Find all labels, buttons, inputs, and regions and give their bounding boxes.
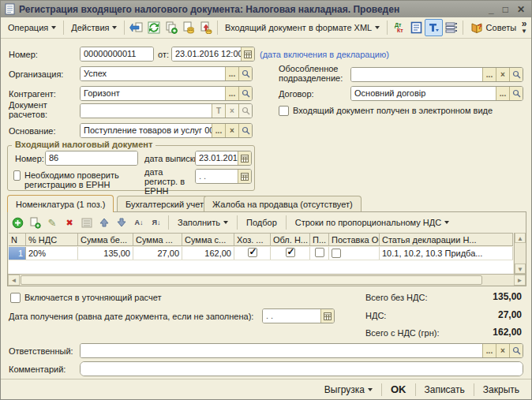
upload-menu-button[interactable]: Выгрузка xyxy=(317,382,380,398)
choose-button[interactable]: ... xyxy=(212,124,225,137)
number-input[interactable]: 00000000011 xyxy=(80,47,154,62)
open-button[interactable] xyxy=(509,344,523,357)
calendar-button[interactable] xyxy=(241,47,254,61)
receipt-date-input[interactable]: . . xyxy=(262,308,335,323)
declaration-date-link[interactable]: (дата включения в декларацию) xyxy=(260,50,389,59)
save-button[interactable]: Записать xyxy=(418,382,472,398)
close-button[interactable]: Закрыть xyxy=(476,382,526,398)
clear-button[interactable]: × xyxy=(225,124,238,137)
toolbar-overflow-button[interactable]: » ▼ xyxy=(521,21,529,35)
maximize-icon[interactable]: □ xyxy=(503,5,508,14)
open-button[interactable] xyxy=(509,87,523,100)
choose-button[interactable]: ... xyxy=(496,87,509,100)
comment-input[interactable] xyxy=(80,361,523,376)
column-header[interactable]: Поставка ОФ xyxy=(329,234,380,245)
issue-date-input[interactable]: 23.01.2016 xyxy=(195,151,252,166)
horizontal-scrollbar[interactable]: ◄ ► xyxy=(8,274,526,286)
choose-button[interactable]: ... xyxy=(225,67,238,80)
clear-button[interactable]: × xyxy=(496,68,509,81)
responsible-input[interactable]: ... × xyxy=(80,343,523,358)
open-button[interactable] xyxy=(238,87,252,100)
column-header[interactable]: N xyxy=(9,234,26,245)
end-edit-button[interactable] xyxy=(79,215,95,230)
check-ernn-checkbox[interactable]: Необходимо проверить регистрацию в ЕРНН xyxy=(13,170,140,189)
delete-row-button[interactable]: ✖ xyxy=(62,215,77,230)
actions-menu-button[interactable]: Действия xyxy=(66,21,122,35)
move-up-button[interactable] xyxy=(96,215,112,230)
table-row[interactable]: 1 20% 135,00 27,00 162,00 10.1, 10.2, 10… xyxy=(9,247,513,260)
checkbox-icon[interactable] xyxy=(248,248,257,257)
dtkt-icon: ДтКт xyxy=(395,22,403,33)
reread-button[interactable] xyxy=(127,19,144,36)
operation-menu-button[interactable]: Операция xyxy=(3,21,61,35)
choose-button[interactable]: ... xyxy=(482,344,496,357)
post-document-button[interactable] xyxy=(180,19,197,36)
document-datetime-input[interactable]: 23.01.2016 12:00:03 xyxy=(171,47,255,62)
contract-input[interactable]: Основний договір ... xyxy=(350,86,523,101)
clear-button[interactable]: × xyxy=(225,104,238,118)
choose-button[interactable]: ... xyxy=(482,68,496,81)
copy-row-button[interactable] xyxy=(27,215,43,230)
scroll-down-icon[interactable]: ▼ xyxy=(515,264,526,274)
column-header[interactable]: Обл. Н... xyxy=(271,234,310,245)
checkbox-icon[interactable] xyxy=(315,248,324,257)
unpost-document-button[interactable] xyxy=(197,19,215,36)
scroll-left-icon[interactable]: ◄ xyxy=(8,275,20,286)
edit-row-button[interactable]: ✎ xyxy=(44,215,60,230)
column-header[interactable]: Сумма ... xyxy=(133,234,182,245)
open-button[interactable] xyxy=(238,104,252,118)
calendar-button[interactable] xyxy=(320,309,334,323)
minimize-icon[interactable]: _ xyxy=(489,5,494,14)
electronic-document-checkbox[interactable]: Входящий документ получен в электронном … xyxy=(279,106,493,116)
sort-desc-button[interactable]: Я↓ xyxy=(148,215,164,230)
sort-asc-button[interactable]: А↓ xyxy=(131,215,147,230)
column-header[interactable]: Статья декларации Н... xyxy=(380,234,513,245)
ok-button[interactable]: OK xyxy=(384,381,414,398)
open-button[interactable] xyxy=(238,124,252,137)
organization-input[interactable]: Успех ... xyxy=(80,66,253,81)
scroll-up-icon[interactable]: ▲ xyxy=(515,233,526,243)
text-input-button[interactable]: T xyxy=(212,104,225,118)
column-header[interactable]: % НДС xyxy=(26,234,78,245)
fill-menu-button[interactable]: Заполнить xyxy=(173,216,233,229)
column-header[interactable]: Сумма с... xyxy=(182,234,234,245)
column-header[interactable]: Хоз. ... xyxy=(234,234,271,245)
copy-button[interactable] xyxy=(163,19,180,36)
proportional-vat-menu-button[interactable]: Строки по пропорциональному НДС xyxy=(290,216,454,229)
type-filter-icon xyxy=(428,22,440,34)
column-header[interactable]: Сумма бе... xyxy=(78,234,133,245)
basis-input[interactable]: Поступление товаров и услуг 000 ... × xyxy=(80,123,253,138)
tax-number-input[interactable]: 86 xyxy=(45,151,138,166)
close-icon[interactable]: ✕ xyxy=(517,5,525,14)
tab-nomenclature[interactable]: Номенклатура (1 поз.) xyxy=(7,195,114,212)
scrollbar-thumb[interactable] xyxy=(21,275,482,285)
subdivision-input[interactable]: ... × xyxy=(350,67,523,82)
move-down-button[interactable] xyxy=(114,215,129,230)
calendar-button[interactable] xyxy=(238,170,251,183)
xml-document-button[interactable]: Входящий документ в формате XML xyxy=(220,21,384,35)
include-adjustment-checkbox[interactable]: Включается в уточняющий расчет xyxy=(10,293,161,303)
checkbox-icon[interactable] xyxy=(332,249,341,258)
refresh-button[interactable] xyxy=(145,19,163,36)
add-row-button[interactable] xyxy=(9,215,25,230)
vertical-scrollbar[interactable]: ▲ ▼ xyxy=(514,233,526,274)
pick-button[interactable]: Подбор xyxy=(242,216,282,229)
reg-date-input[interactable]: . . xyxy=(195,169,252,184)
tab-complaint[interactable]: Жалоба на продавца (отсутствует) xyxy=(204,196,362,211)
choose-button[interactable]: ... xyxy=(225,87,238,100)
document-structure-button[interactable] xyxy=(407,19,425,36)
calendar-button[interactable] xyxy=(238,151,251,165)
clear-button[interactable]: × xyxy=(496,344,509,357)
tips-button[interactable]: ? Советы xyxy=(466,20,521,36)
settlement-doc-input[interactable]: T × xyxy=(80,103,253,118)
open-button[interactable] xyxy=(509,68,523,81)
type-filter-toggle[interactable] xyxy=(425,19,442,36)
scroll-right-icon[interactable]: ► xyxy=(514,275,526,286)
dtkt-postings-button[interactable]: ДтКт xyxy=(390,19,407,36)
column-header[interactable]: П... xyxy=(310,234,329,245)
checkbox-icon[interactable] xyxy=(286,248,295,257)
open-button[interactable] xyxy=(238,67,252,80)
tab-accounting[interactable]: Бухгалтерский учет xyxy=(117,196,212,211)
list-settings-button[interactable] xyxy=(443,19,460,36)
counterparty-input[interactable]: Горизонт ... xyxy=(80,86,253,101)
